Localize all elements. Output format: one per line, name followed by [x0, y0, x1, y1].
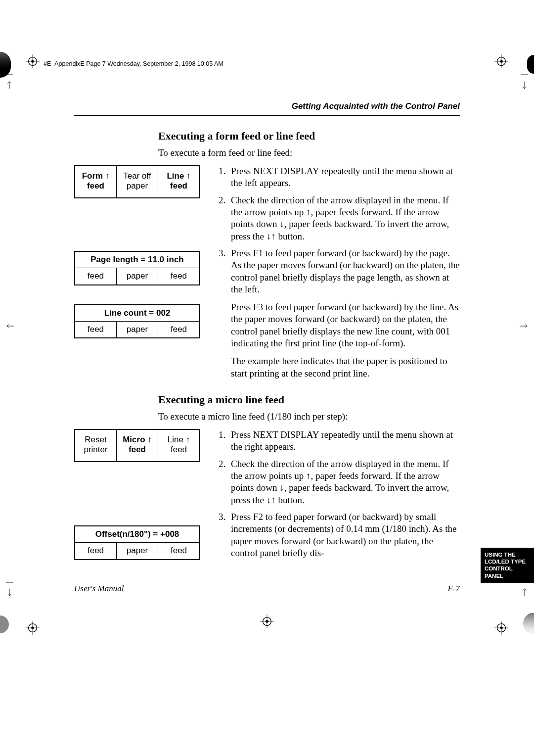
- page-number: E-7: [447, 584, 460, 594]
- registration-mark-icon: [26, 54, 40, 68]
- lcd-cell: Line ↑feed: [158, 430, 199, 461]
- crop-arrow-icon: [520, 81, 529, 90]
- lcd-display: Form ↑feed Tear offpaper Line ↑feed: [74, 165, 200, 198]
- up-arrow-icon: ↑: [186, 171, 191, 181]
- step-item: Check the direction of the arrow display…: [228, 194, 460, 242]
- crop-arrow-icon: [520, 588, 529, 597]
- section-intro: To execute a form feed or line feed:: [158, 147, 460, 158]
- registration-mark-icon: [260, 614, 274, 628]
- step-list: Press NEXT DISPLAY repeatedly until the …: [215, 165, 460, 384]
- registration-mark-icon: [494, 54, 508, 68]
- lcd-display: Page length = 11.0 inch feed paper feed: [74, 251, 200, 285]
- crop-arrow-icon: [5, 81, 14, 90]
- lcd-cell: feed: [158, 543, 199, 559]
- crop-tick-icon: [5, 70, 14, 79]
- step-item: Press NEXT DISPLAY repeatedly until the …: [228, 165, 460, 189]
- crop-arrow-icon: [519, 322, 528, 331]
- step-paragraph: Press F3 to feed paper forward (or backw…: [231, 301, 460, 349]
- section-intro: To execute a micro line feed (1/180 inch…: [158, 411, 460, 422]
- crop-stripe-right-bottom: [523, 613, 534, 633]
- registration-mark-icon: [26, 621, 40, 635]
- lcd-cell: paper: [116, 322, 158, 337]
- crop-tick-icon: [520, 70, 529, 79]
- section-heading: Executing a form feed or line feed: [158, 130, 460, 142]
- running-head: Getting Acquainted with the Control Pane…: [74, 101, 460, 111]
- footer-left: User's Manual: [74, 584, 124, 594]
- step-item: Check the direction of the arrow display…: [228, 458, 460, 506]
- lcd-display: Resetprinter Micro ↑feed Line ↑feed: [74, 429, 200, 462]
- step-item: Press F2 to feed paper forward (or backw…: [228, 511, 460, 559]
- up-arrow-icon: ↑: [147, 435, 152, 444]
- lcd-cell: feed: [75, 268, 116, 284]
- page-file-header: #E_AppendixE Page 7 Wednesday, September…: [44, 60, 223, 67]
- lcd-title: Line count = 002: [75, 305, 199, 321]
- lcd-cell: paper: [116, 268, 158, 284]
- lcd-cell: feed: [158, 268, 199, 284]
- crop-arrow-icon: [6, 322, 15, 331]
- lcd-display: Offset(n/180") = +008 feed paper feed: [74, 525, 200, 560]
- lcd-cell: Micro ↑feed: [116, 430, 158, 461]
- step-paragraph: The example here indicates that the pape…: [231, 355, 460, 379]
- crop-arrow-icon: [5, 588, 14, 597]
- crop-stripe-left-bottom: [0, 615, 9, 633]
- step-item: Press F1 to feed paper forward (or backw…: [228, 247, 460, 379]
- crop-tick-icon: [5, 578, 14, 587]
- lcd-display: Line count = 002 feed paper feed: [74, 304, 200, 339]
- divider: [74, 115, 460, 116]
- lcd-cell: Resetprinter: [75, 430, 116, 461]
- lcd-cell: paper: [116, 543, 158, 559]
- up-arrow-icon: ↑: [105, 171, 110, 181]
- thumb-tab: USING THE LCD/LED TYPE CONTROL PANEL: [481, 548, 534, 583]
- up-arrow-icon: ↑: [186, 435, 190, 444]
- lcd-cell: feed: [75, 543, 116, 559]
- lcd-cell: feed: [158, 322, 199, 337]
- lcd-cell: feed: [75, 322, 116, 337]
- lcd-cell: Form ↑feed: [75, 166, 116, 197]
- lcd-title: Page length = 11.0 inch: [75, 252, 199, 268]
- step-item: Press NEXT DISPLAY repeatedly until the …: [228, 429, 460, 453]
- lcd-cell: Line ↑feed: [158, 166, 199, 197]
- step-list: Press NEXT DISPLAY repeatedly until the …: [215, 429, 460, 564]
- lcd-title: Offset(n/180") = +008: [75, 526, 199, 542]
- lcd-cell: Tear offpaper: [116, 166, 158, 197]
- section-heading: Executing a micro line feed: [158, 393, 460, 406]
- registration-mark-icon: [494, 621, 508, 635]
